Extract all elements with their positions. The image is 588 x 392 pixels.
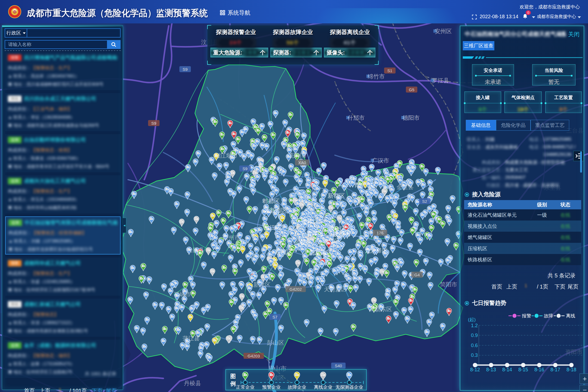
svg-text:8-14: 8-14 <box>502 367 512 372</box>
svg-text:1.2: 1.2 <box>471 323 478 328</box>
svg-text:简阳市: 简阳市 <box>440 281 457 287</box>
svg-text:安州区: 安州区 <box>435 28 452 34</box>
svg-text:8-16: 8-16 <box>534 367 544 372</box>
svg-text:什邡市: 什邡市 <box>347 115 365 121</box>
svg-text:青羊区: 青羊区 <box>307 230 324 236</box>
svg-text:高新西区: 高新西区 <box>264 207 287 213</box>
svg-text:新津区: 新津区 <box>253 281 271 288</box>
svg-text:广汉市: 广汉市 <box>372 157 389 164</box>
svg-text:176: 176 <box>376 231 383 235</box>
svg-text:丹棱县: 丹棱县 <box>184 380 201 386</box>
svg-text:S9: S9 <box>243 166 247 171</box>
svg-text:龙泉驿区: 龙泉驿区 <box>365 247 388 254</box>
svg-text:温江区: 温江区 <box>264 224 281 231</box>
svg-text:G4: G4 <box>414 272 420 277</box>
svg-text:故障: 故障 <box>544 313 553 318</box>
svg-text:双流区: 双流区 <box>275 249 292 255</box>
svg-text:离线: 离线 <box>566 313 575 318</box>
svg-text:S7: S7 <box>272 315 277 319</box>
svg-text:大邑县: 大邑县 <box>187 247 204 253</box>
svg-text:8-12: 8-12 <box>470 367 480 372</box>
svg-text:武侯区: 武侯区 <box>294 239 311 246</box>
svg-text:8-18: 8-18 <box>566 367 576 372</box>
svg-text:8-17: 8-17 <box>550 367 560 372</box>
svg-text:高新南区: 高新南区 <box>309 249 332 256</box>
svg-text:崇州市: 崇州市 <box>223 234 240 241</box>
svg-text:0.6: 0.6 <box>471 343 478 348</box>
svg-text:S40: S40 <box>335 363 342 368</box>
svg-text:8-15: 8-15 <box>518 367 528 372</box>
svg-text:都江堰市: 都江堰市 <box>215 152 237 159</box>
svg-text:天府新区: 天府新区 <box>324 286 347 292</box>
svg-text:邛崃市: 邛崃市 <box>174 291 191 297</box>
svg-text:金牛区: 金牛区 <box>302 219 319 225</box>
svg-text:成都市: 成都市 <box>332 231 351 238</box>
svg-text:郫都区: 郫都区 <box>262 198 280 204</box>
svg-text:罗江县: 罗江县 <box>432 77 449 84</box>
svg-text:8-13: 8-13 <box>486 367 496 372</box>
svg-text:青白江区: 青白江区 <box>354 182 377 188</box>
svg-text:彭州市: 彭州市 <box>290 152 307 158</box>
svg-text:S9: S9 <box>151 121 156 125</box>
svg-text:彭山区: 彭山区 <box>267 339 284 346</box>
svg-text:高新东区: 高新东区 <box>369 306 392 312</box>
svg-text:新都区: 新都区 <box>328 192 345 199</box>
svg-text:G4203: G4203 <box>247 354 260 358</box>
svg-text:德阳市: 德阳市 <box>403 115 420 121</box>
svg-text:S9: S9 <box>183 67 188 72</box>
svg-text:S2: S2 <box>422 199 427 204</box>
svg-text:蒲江县: 蒲江县 <box>183 335 200 341</box>
svg-text:G4202: G4202 <box>289 287 302 292</box>
svg-text:0.9: 0.9 <box>471 333 478 338</box>
svg-text:(起): (起) <box>468 317 476 322</box>
svg-text:G5: G5 <box>409 87 414 92</box>
svg-text:锦江区: 锦江区 <box>323 238 340 244</box>
svg-text:0.3: 0.3 <box>471 353 478 358</box>
svg-text:XA0: XA0 <box>298 160 306 165</box>
svg-text:报警: 报警 <box>522 313 531 318</box>
svg-text:绵竹市: 绵竹市 <box>368 73 385 79</box>
svg-text:S1: S1 <box>387 68 392 73</box>
svg-text:金堂县: 金堂县 <box>397 184 414 190</box>
